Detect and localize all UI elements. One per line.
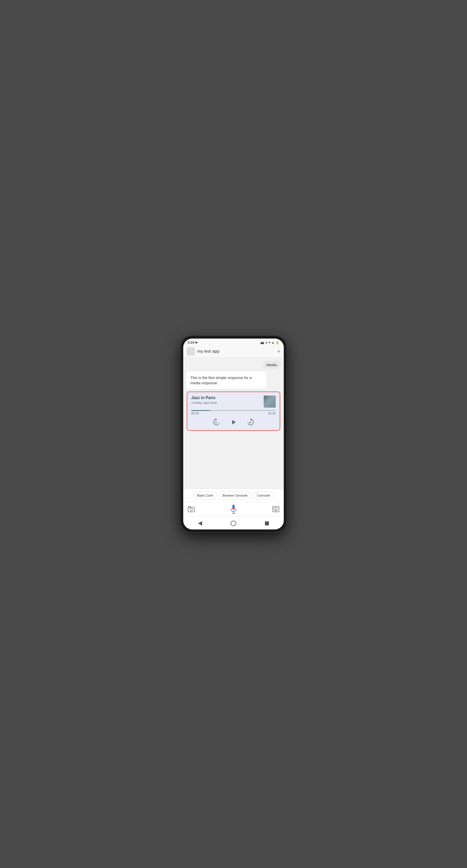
close-button[interactable]: × xyxy=(277,349,280,354)
progress-fill xyxy=(191,410,210,411)
media-info: Jazz in Paris A funky Jazz tune xyxy=(191,396,264,405)
progress-track[interactable] xyxy=(191,410,276,411)
home-circle-icon xyxy=(231,521,236,526)
chip-browse-carousel[interactable]: Browse Carousel xyxy=(219,492,251,499)
svg-marker-1 xyxy=(232,420,236,425)
thumbnail-image xyxy=(264,396,276,408)
home-button[interactable] xyxy=(229,519,238,528)
current-time: 00:23 xyxy=(191,412,199,415)
chip-basic-card[interactable]: Basic Card xyxy=(193,492,217,499)
status-icons: 📷 ⊘ ▾ ▲ 🔋 xyxy=(260,341,279,344)
mic-button[interactable] xyxy=(229,504,238,514)
wifi-icon: ▾ xyxy=(269,341,270,344)
progress-times: 00:23 01:42 xyxy=(191,412,276,415)
status-time: 2:24 ▶ xyxy=(188,341,198,344)
keyboard-icon xyxy=(272,506,279,512)
user-message-row: Media xyxy=(186,361,281,369)
phone-screen: 2:24 ▶ 📷 ⊘ ▾ ▲ 🔋 my test app × xyxy=(183,339,284,529)
svg-rect-13 xyxy=(276,507,277,508)
svg-rect-11 xyxy=(273,507,274,508)
keyboard-button[interactable] xyxy=(272,505,280,513)
time-display: 2:24 xyxy=(188,341,194,344)
svg-rect-16 xyxy=(274,508,275,509)
bot-message: This is the first simple response for a … xyxy=(186,371,267,389)
svg-rect-3 xyxy=(188,507,195,512)
vibrate-icon: 📷 xyxy=(260,341,264,344)
recent-button[interactable] xyxy=(262,519,271,528)
back-arrow-icon xyxy=(198,521,202,526)
svg-rect-5 xyxy=(189,506,191,507)
chip-carousel[interactable]: Carousel xyxy=(253,492,274,499)
media-controls: 10 30 xyxy=(191,418,276,427)
input-bar xyxy=(183,502,284,516)
svg-rect-12 xyxy=(275,507,276,508)
recent-square-icon xyxy=(265,521,269,525)
forward-icon: 30 xyxy=(246,418,255,427)
media-card-top: Jazz in Paris A funky Jazz tune xyxy=(191,396,276,408)
dnd-icon: ⊘ xyxy=(265,341,268,344)
phone-device: 2:24 ▶ 📷 ⊘ ▾ ▲ 🔋 my test app × xyxy=(181,336,286,532)
media-player-card: Jazz in Paris A funky Jazz tune 00:23 01… xyxy=(187,392,280,431)
nav-bar xyxy=(183,516,284,529)
rewind-icon: 10 xyxy=(212,418,221,427)
camera-button[interactable] xyxy=(187,505,195,513)
play-button[interactable] xyxy=(229,418,238,427)
mic-icon xyxy=(230,504,237,514)
media-title: Jazz in Paris xyxy=(191,396,264,400)
suggestion-chips: Basic Card Browse Carousel Carousel xyxy=(183,489,284,502)
svg-point-4 xyxy=(190,508,193,511)
app-icon xyxy=(187,347,195,355)
svg-text:10: 10 xyxy=(215,421,217,424)
back-button[interactable] xyxy=(196,519,205,528)
signal-icon: ▲ xyxy=(271,341,274,344)
svg-rect-19 xyxy=(274,510,278,511)
svg-rect-14 xyxy=(278,507,278,508)
svg-rect-7 xyxy=(232,507,235,509)
status-bar: 2:24 ▶ 📷 ⊘ ▾ ▲ 🔋 xyxy=(183,339,284,345)
app-title: my test app xyxy=(197,349,275,354)
media-thumbnail xyxy=(264,396,276,408)
svg-rect-18 xyxy=(277,508,278,509)
svg-rect-15 xyxy=(273,508,274,509)
total-time: 01:42 xyxy=(268,412,276,415)
camera-icon xyxy=(188,506,195,513)
play-icon xyxy=(230,418,237,426)
forward-button[interactable]: 30 xyxy=(246,418,255,427)
chat-area: Media This is the first simple response … xyxy=(183,358,284,489)
svg-text:30: 30 xyxy=(249,421,251,424)
media-subtitle: A funky Jazz tune xyxy=(191,401,264,405)
battery-icon: 🔋 xyxy=(275,341,279,344)
rewind-button[interactable]: 10 xyxy=(212,418,221,427)
app-header: my test app × xyxy=(183,345,284,358)
user-message: Media xyxy=(262,361,281,369)
progress-container[interactable]: 00:23 01:42 xyxy=(191,410,276,415)
svg-rect-17 xyxy=(276,508,276,509)
play-status-icon: ▶ xyxy=(196,341,198,344)
